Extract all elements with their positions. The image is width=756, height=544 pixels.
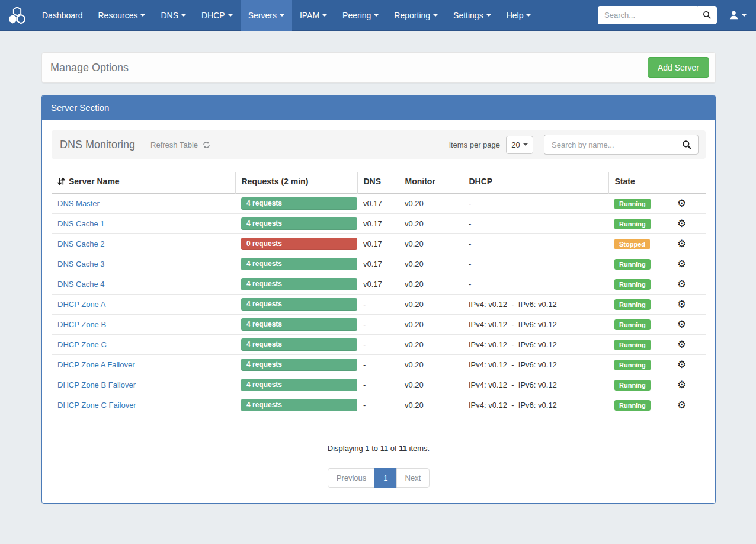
add-server-button[interactable]: Add Server (648, 57, 709, 78)
settings-gear-icon[interactable]: ⚙ (677, 217, 686, 229)
nav-item-help[interactable]: Help (499, 0, 539, 31)
dhcp-version-cell: - (463, 274, 608, 295)
nav-item-dhcp[interactable]: DHCP (194, 0, 241, 31)
table-row: DNS Master 4 requests v0.17 v0.20 - Runn… (52, 194, 706, 214)
dhcp-version-cell: IPv4: v0.12 - IPv6: v0.12 (463, 395, 608, 415)
pagination-next[interactable]: Next (397, 468, 430, 488)
server-name-link[interactable]: DNS Cache 1 (57, 219, 104, 228)
column-header-state: State (608, 172, 671, 194)
nav-item-label: Reporting (394, 11, 430, 20)
settings-gear-icon[interactable]: ⚙ (677, 359, 686, 370)
nav-item-servers[interactable]: Servers (241, 0, 292, 31)
pagination: Previous 1 Next (328, 468, 430, 488)
column-header-monitor: Monitor (399, 172, 463, 194)
caret-down-icon (280, 14, 284, 17)
settings-gear-icon[interactable]: ⚙ (677, 379, 686, 391)
server-name-link[interactable]: DHCP Zone A Failover (57, 360, 135, 369)
settings-gear-icon[interactable]: ⚙ (677, 318, 686, 330)
server-name-link[interactable]: DHCP Zone B Failover (57, 380, 136, 389)
state-badge: Running (614, 259, 651, 270)
dns-version-cell: - (357, 355, 399, 375)
table-row: DNS Cache 1 4 requests v0.17 v0.20 - Run… (52, 214, 706, 234)
caret-down-icon (322, 14, 327, 17)
items-per-page-select[interactable]: 20 (506, 136, 533, 154)
dns-version-cell: v0.17 (357, 274, 399, 295)
column-header-server-name[interactable]: Server Name (52, 172, 235, 194)
nav-item-label: Dashboard (42, 11, 83, 20)
settings-gear-icon[interactable]: ⚙ (677, 298, 686, 310)
nav-item-resources[interactable]: Resources (91, 0, 153, 31)
nav-item-ipam[interactable]: IPAM (292, 0, 335, 31)
dhcp-version-cell: IPv4: v0.12 - IPv6: v0.12 (463, 315, 608, 335)
server-name-link[interactable]: DHCP Zone B (57, 320, 106, 329)
items-per-page-label: items per page (449, 140, 500, 149)
settings-gear-icon[interactable]: ⚙ (677, 278, 686, 290)
refresh-icon (202, 140, 211, 149)
dns-version-cell: - (357, 315, 399, 335)
pagination-previous[interactable]: Previous (328, 468, 376, 488)
nav-item-label: Help (507, 11, 524, 20)
monitor-version-cell: v0.20 (399, 355, 463, 375)
state-badge: Running (614, 299, 651, 310)
requests-progress-bar: 4 requests (241, 217, 357, 230)
manage-options-panel: Manage Options Add Server (41, 52, 716, 83)
server-name-link[interactable]: DHCP Zone C (57, 340, 107, 349)
settings-gear-icon[interactable]: ⚙ (677, 258, 686, 270)
user-menu-caret-icon (742, 14, 747, 17)
table-search-button[interactable] (675, 135, 699, 155)
select-caret-icon (523, 143, 528, 146)
server-name-link[interactable]: DHCP Zone A (57, 300, 105, 309)
table-row: DHCP Zone B Failover 4 requests - v0.20 … (52, 375, 706, 395)
server-name-link[interactable]: DNS Cache 2 (57, 239, 104, 248)
requests-progress-bar: 4 requests (241, 258, 357, 270)
server-name-link[interactable]: DNS Cache 3 (57, 260, 104, 268)
table-search (544, 135, 699, 155)
server-section-title: Server Section (42, 95, 715, 120)
settings-gear-icon[interactable]: ⚙ (677, 238, 686, 249)
requests-progress-bar: 4 requests (241, 338, 357, 351)
dns-version-cell: - (357, 295, 399, 315)
nav-item-settings[interactable]: Settings (446, 0, 499, 31)
table-row: DHCP Zone C 4 requests - v0.20 IPv4: v0.… (52, 335, 706, 355)
pagination-page-1[interactable]: 1 (375, 468, 396, 488)
monitor-version-cell: v0.20 (399, 395, 463, 415)
main-nav: DashboardResourcesDNSDHCPServersIPAMPeer… (34, 0, 539, 31)
app-logo[interactable] (0, 0, 34, 31)
table-row: DHCP Zone C Failover 4 requests - v0.20 … (52, 395, 706, 415)
global-search-button[interactable] (697, 6, 717, 24)
state-badge: Running (614, 360, 651, 370)
sort-icon (57, 177, 65, 185)
nav-item-label: DHCP (201, 11, 225, 20)
refresh-table-link[interactable]: Refresh Table (150, 140, 211, 149)
global-search (598, 6, 717, 24)
table-summary: Displaying 1 to 11 of 11 items. (52, 444, 706, 453)
settings-gear-icon[interactable]: ⚙ (677, 338, 686, 350)
nav-item-label: Settings (453, 11, 483, 20)
nav-item-dashboard[interactable]: Dashboard (34, 0, 91, 31)
monitor-version-cell: v0.20 (399, 315, 463, 335)
state-badge: Running (614, 219, 651, 229)
server-name-link[interactable]: DNS Cache 4 (57, 280, 104, 289)
settings-gear-icon[interactable]: ⚙ (677, 399, 686, 411)
global-search-input[interactable] (598, 6, 697, 24)
server-name-link[interactable]: DHCP Zone C Failover (57, 401, 136, 409)
nav-item-dns[interactable]: DNS (153, 0, 194, 31)
dhcp-version-cell: - (463, 194, 608, 214)
settings-gear-icon[interactable]: ⚙ (677, 197, 686, 209)
monitor-version-cell: v0.20 (399, 254, 463, 274)
nav-item-reporting[interactable]: Reporting (386, 0, 446, 31)
table-search-input[interactable] (544, 135, 675, 155)
search-icon (682, 140, 692, 150)
column-header-actions (671, 172, 706, 194)
requests-progress-bar: 4 requests (241, 197, 357, 210)
caret-down-icon (433, 14, 438, 17)
server-name-link[interactable]: DNS Master (57, 199, 100, 208)
monitor-version-cell: v0.20 (399, 214, 463, 234)
monitor-version-cell: v0.20 (399, 234, 463, 254)
dns-version-cell: - (357, 375, 399, 395)
user-menu[interactable] (725, 10, 750, 20)
nav-item-peering[interactable]: Peering (335, 0, 386, 31)
dhcp-version-cell: - (463, 254, 608, 274)
monitor-version-cell: v0.20 (399, 194, 463, 214)
table-row: DNS Cache 3 4 requests v0.17 v0.20 - Run… (52, 254, 706, 274)
